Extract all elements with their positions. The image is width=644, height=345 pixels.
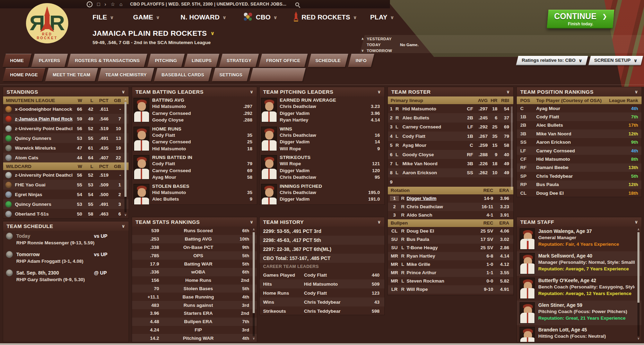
stat-ranking-row[interactable]: .338 On-Base PCT 9th — [132, 243, 257, 252]
main-tab[interactable]: PITCHING — [147, 54, 184, 67]
main-tab[interactable]: FRONT OFFICE — [259, 54, 308, 67]
staff-member-row[interactable]: Glen Stiner, Age 59 Pitching Coach (Focu… — [517, 301, 642, 325]
position-ranking-row[interactable]: SP Chris Teddybear 5th — [517, 172, 642, 180]
main-tab[interactable]: LINEUPS — [184, 54, 219, 67]
rotation-row[interactable]: 2 R Chris Deathclaw 16-11 3.23 — [388, 203, 513, 211]
bullpen-row[interactable]: MR L Steven Rockman 0-0 5.82 — [388, 277, 513, 285]
screen-setup-dropdown[interactable]: SCREEN SETUP ∨ — [589, 56, 643, 65]
lineup-row[interactable]: 1 R Hid Matsumoto CF .297 18 54 — [388, 104, 513, 113]
standings-team-row[interactable]: FHE Yao Guai 55 53 .509 1 — [3, 180, 129, 190]
collapse-chevron-icon[interactable]: ∨ — [506, 89, 510, 94]
leader-row[interactable]: Carney Cornseed 69 — [152, 168, 252, 175]
menu-team[interactable]: RED ROCKETS ∨ — [293, 12, 357, 22]
schedule-game-row[interactable]: Sat. Sep. 8th, 2300 @ UP RHP Gary Stallw… — [3, 268, 129, 286]
leader-row[interactable]: Digger Vadim 14 — [280, 139, 380, 146]
scroll-up-icon[interactable]: ∧ — [123, 97, 128, 102]
leader-row[interactable]: Ryan Hartley 4.14 — [280, 117, 380, 124]
leader-row[interactable]: Goody Cloyse .288 — [152, 117, 252, 124]
standings-team-row[interactable]: z-University Point Deathclaws 56 52 .519… — [3, 170, 129, 180]
lineup-row[interactable]: 5 R Ayag Mour C .259 15 58 — [388, 141, 513, 150]
stat-ranking-row[interactable]: 3.96 Starters ERA 2nd — [132, 309, 257, 318]
main-tab[interactable]: INFO — [348, 54, 374, 67]
player-portrait[interactable] — [133, 127, 149, 151]
leader-row[interactable]: Cody Flatt 79 — [152, 161, 252, 168]
position-ranking-row[interactable]: 1B Cody Flatt 7th — [517, 112, 642, 121]
staff-member-row[interactable]: Branden Lott, Age 45 Hitting Coach (Focu… — [517, 325, 642, 342]
leader-row[interactable]: Carney Cornseed 25 — [152, 139, 252, 146]
main-tab[interactable]: ROSTERS & TRANSACTIONS — [68, 54, 148, 67]
main-tab[interactable]: PLAYERS — [31, 54, 68, 67]
menu-file[interactable]: FILE ∨ — [93, 12, 114, 22]
stat-ranking-row[interactable]: 539 Runs Scored 6th — [132, 227, 257, 235]
standings-team-row[interactable]: Quincy Gunners 53 55 .491 13 — [3, 133, 129, 143]
position-ranking-row[interactable]: C Ayag Mour 4th — [517, 104, 642, 112]
team-title-dropdown[interactable]: JAMAICA PLAIN RED ROCKETS ∨ — [93, 29, 215, 37]
standings-team-row[interactable]: z-University Point Deathclaws 56 52 .519… — [3, 124, 129, 133]
standings-team-row[interactable]: Egret Ninjas 54 54 .500 2 — [3, 190, 129, 199]
stat-ranking-row[interactable]: +11.1 Base Running 4th — [132, 293, 257, 301]
leader-row[interactable]: Will Rope 9 — [280, 146, 380, 153]
bookmark-star-icon[interactable]: ☆ — [111, 1, 115, 8]
rotation-row[interactable]: 1 R Digger Vadim 14-9 3.96 — [388, 194, 513, 203]
standings-team-row[interactable]: Atom Cats 44 64 .407 22 — [3, 153, 129, 162]
menu-game[interactable]: GAME ∨ — [133, 12, 160, 22]
leader-row[interactable]: Chris Deathclaw 16 — [280, 133, 380, 140]
bullpen-row[interactable]: SU L T-Bone Heagy 25 SV 2.86 — [388, 244, 513, 252]
scroll-down-icon[interactable]: ∨ — [636, 336, 641, 341]
leader-row[interactable]: Digger Vadim 191.0 — [280, 196, 380, 203]
sub-tab[interactable] — [250, 68, 305, 81]
scroll-up-icon[interactable]: ∧ — [636, 227, 641, 232]
day-row-tomorrow[interactable]: ∨ TOMORROW — [361, 48, 419, 53]
leader-row[interactable]: Digger Vadim 3.96 — [280, 111, 380, 118]
standings-team-row[interactable]: x-Goodneighbor Hancocks 66 42 .611 - — [3, 104, 129, 114]
schedule-game-row[interactable]: Tomorrow vs UP RHP Adam Froggatt (3-1, 4… — [3, 249, 129, 268]
stat-ranking-row[interactable]: 14.2 Pitching WAR 4th — [132, 334, 257, 342]
player-portrait[interactable] — [133, 184, 149, 205]
sub-tab[interactable]: BASEBALL CARDS — [154, 68, 212, 81]
position-ranking-row[interactable]: SS Aaron Erickson 9th — [517, 138, 642, 146]
bullpen-row[interactable]: CL R Doug Dee El 25 SV 4.06 — [388, 227, 513, 235]
position-ranking-row[interactable]: RF Damani Beebe 13th — [517, 163, 642, 172]
stat-ranking-row[interactable]: .336 wOBA 6th — [132, 268, 257, 276]
lineup-row[interactable]: 8 L Aaron Erickson SS .262 10 49 — [388, 168, 513, 177]
sub-tab[interactable]: SETTINGS — [212, 68, 250, 81]
leader-row[interactable]: Chris Deathclaw 195.0 — [280, 190, 380, 197]
bullpen-row[interactable]: MR R Prince Arthur 1-1 3.55 — [388, 269, 513, 277]
staff-member-row[interactable]: Butterfly O'Keefe, Age 42 Bench Coach (P… — [517, 276, 642, 301]
staff-member-row[interactable]: Jason Walenga, Age 37 General Manager Re… — [517, 227, 642, 251]
chevron-up-icon[interactable]: ∧ — [361, 37, 367, 41]
standings-team-row[interactable]: Oberland T-51s 50 58 .463 6 — [3, 209, 129, 219]
stat-ranking-row[interactable]: 4.48 Bullpen ERA 7th — [132, 318, 257, 326]
menu-manager[interactable]: N. HOWARD ∨ — [181, 12, 226, 22]
player-portrait[interactable] — [261, 155, 277, 179]
career-leader-row[interactable]: Games Played Cody Flatt 440 — [260, 270, 384, 279]
leader-row[interactable]: Alec Bullets 9 — [152, 196, 252, 203]
bullpen-row[interactable]: SU R Bus Paula 17 SV 3.02 — [388, 235, 513, 244]
main-tab[interactable]: SCHEDULE — [308, 54, 348, 67]
continue-button[interactable]: CONTINUE ❯ Finish today. — [547, 10, 615, 28]
scroll-thumb[interactable] — [511, 107, 513, 190]
position-ranking-row[interactable]: RP Bus Paula 12th — [517, 180, 642, 189]
day-row-yesterday[interactable]: ∧ YESTERDAY — [361, 36, 419, 42]
lineup-row[interactable]: 9 — [388, 177, 513, 186]
collapse-chevron-icon[interactable]: ∨ — [634, 219, 638, 225]
career-leader-row[interactable]: Hits Hid Matsumoto 509 — [260, 279, 384, 288]
sub-tab[interactable]: HOME PAGE — [2, 68, 45, 81]
position-ranking-row[interactable]: CF Hid Matsumoto 8th — [517, 155, 642, 163]
leader-row[interactable]: Goody Cloyse 7 — [152, 203, 252, 205]
collapse-chevron-icon[interactable]: ∨ — [634, 89, 638, 94]
collapse-chevron-icon[interactable]: ∨ — [121, 89, 125, 94]
stat-ranking-row[interactable]: 17.9 Batting WAR 5th — [132, 260, 257, 268]
stop-icon[interactable]: □ — [97, 1, 100, 8]
stat-ranking-row[interactable]: .785 OPS 5th — [132, 251, 257, 260]
lineup-row[interactable]: 2 R Alec Bullets 2B .245 6 37 — [388, 113, 513, 122]
scroll-up-icon[interactable]: ∧ — [251, 227, 256, 232]
stat-ranking-row[interactable]: 4.24 FIP 3rd — [132, 326, 257, 334]
main-tab[interactable]: HOME — [2, 54, 31, 67]
leader-row[interactable]: Ayag Mour 58 — [152, 175, 252, 182]
lineup-row[interactable]: 7 L Mike Van Noord 3B .226 18 49 — [388, 159, 513, 168]
home-icon[interactable]: ⌂ — [120, 1, 122, 8]
leader-row[interactable]: Chris Deathclaw 95 — [280, 175, 380, 182]
position-ranking-row[interactable]: 2B Alec Bullets 17th — [517, 121, 642, 129]
scroll-thumb[interactable] — [253, 232, 255, 313]
